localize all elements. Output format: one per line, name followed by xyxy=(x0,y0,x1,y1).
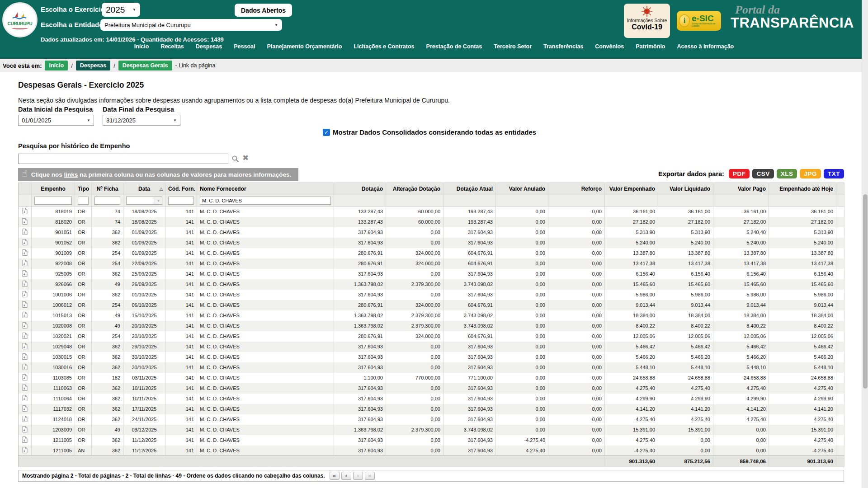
cell-empenhado-ate-hoje[interactable]: 13.387,80 xyxy=(769,248,836,258)
cell-dotacao-atual[interactable]: 317.604,93 xyxy=(443,383,496,394)
cell-valor-empenhado[interactable]: 5.313,90 xyxy=(605,227,658,238)
cell-valor-anulado[interactable]: 0,00 xyxy=(496,425,548,435)
cell-valor-anulado[interactable]: 0,00 xyxy=(496,279,548,290)
document-detail-icon[interactable] xyxy=(22,374,28,380)
document-detail-icon[interactable] xyxy=(22,218,28,225)
cell-valor-anulado[interactable]: 0,00 xyxy=(496,206,548,217)
cell-valor-liquidado[interactable]: 4.275,40 xyxy=(658,414,713,425)
cell-valor-empenhado[interactable]: 5.466,42 xyxy=(605,342,658,352)
document-detail-icon[interactable] xyxy=(22,447,28,453)
cell-valor-pago[interactable]: 5.448,10 xyxy=(713,362,769,373)
cell-valor-pago[interactable]: 4.299,90 xyxy=(713,394,769,404)
nav-item-despesas[interactable]: Despesas xyxy=(196,43,222,50)
cell-reforco[interactable]: 0,00 xyxy=(548,362,605,373)
cell-dotacao-atual[interactable]: 3.743.098,02 xyxy=(443,279,496,290)
cell-reforco[interactable]: 0,00 xyxy=(548,394,605,404)
cell-dotacao-atual[interactable]: 604.676,91 xyxy=(443,331,496,342)
cell-valor-anulado[interactable]: 0,00 xyxy=(496,342,548,352)
cell-dotacao-atual[interactable]: 317.604,93 xyxy=(443,404,496,414)
column-header-reforco[interactable]: Reforço xyxy=(548,183,605,195)
cell-empenhado-ate-hoje[interactable]: 4.275,40 xyxy=(769,414,836,425)
cell-dotacao[interactable]: 317.604,93 xyxy=(334,269,386,279)
cell-valor-liquidado[interactable]: 18.384,00 xyxy=(658,310,713,321)
cell-valor-anulado[interactable]: 4.275,40 xyxy=(496,446,548,456)
nav-item-convenios[interactable]: Convênios xyxy=(595,43,624,50)
cell-valor-empenhado[interactable]: 4.275,40 xyxy=(605,414,658,425)
detail-link-cell[interactable] xyxy=(19,206,32,217)
cell-valor-anulado[interactable]: 0,00 xyxy=(496,227,548,238)
city-logo[interactable]: CURURUPU xyxy=(2,2,38,38)
document-detail-icon[interactable] xyxy=(22,353,28,360)
document-detail-icon[interactable] xyxy=(22,281,28,287)
nav-item-receitas[interactable]: Receitas xyxy=(160,43,184,50)
document-detail-icon[interactable] xyxy=(22,208,28,214)
cell-empenhado-ate-hoje[interactable]: 36.161,00 xyxy=(769,206,836,217)
cell-dotacao-atual[interactable]: 604.676,91 xyxy=(443,258,496,269)
cell-valor-anulado[interactable]: 0,00 xyxy=(496,217,548,227)
cell-valor-pago[interactable]: 18.384,00 xyxy=(713,310,769,321)
cell-reforco[interactable]: 0,00 xyxy=(548,279,605,290)
cell-valor-pago[interactable]: 24.658,88 xyxy=(713,373,769,383)
cell-valor-anulado[interactable]: 0,00 xyxy=(496,362,548,373)
detail-link-cell[interactable] xyxy=(19,217,32,227)
cell-dotacao[interactable]: 280.676,91 xyxy=(334,331,386,342)
cell-empenhado-ate-hoje[interactable]: 24.658,88 xyxy=(769,373,836,383)
cell-dotacao-atual[interactable]: 604.676,91 xyxy=(443,248,496,258)
cell-reforco[interactable]: 0,00 xyxy=(548,342,605,352)
cell-reforco[interactable]: 0,00 xyxy=(548,425,605,435)
cell-reforco[interactable]: 0,00 xyxy=(548,248,605,258)
cell-valor-anulado[interactable]: 0,00 xyxy=(496,414,548,425)
detail-link-cell[interactable] xyxy=(19,321,32,331)
cell-valor-pago[interactable]: 5.466,42 xyxy=(713,342,769,352)
document-detail-icon[interactable] xyxy=(22,229,28,235)
cell-dotacao-atual[interactable]: 3.743.098,02 xyxy=(443,310,496,321)
cell-dotacao-atual[interactable]: 3.743.098,02 xyxy=(443,321,496,331)
cell-valor-liquidado[interactable]: 5.466,20 xyxy=(658,352,713,362)
cell-dotacao-atual[interactable]: 317.604,93 xyxy=(443,227,496,238)
cell-dotacao[interactable]: 1.363.798,02 xyxy=(334,310,386,321)
cell-valor-liquidado[interactable]: 5.448,10 xyxy=(658,362,713,373)
cell-reforco[interactable]: 0,00 xyxy=(548,217,605,227)
cell-valor-pago[interactable]: 36.161,00 xyxy=(713,206,769,217)
document-detail-icon[interactable] xyxy=(22,291,28,297)
cell-valor-anulado[interactable]: 0,00 xyxy=(496,373,548,383)
export-pdf-button[interactable]: PDF xyxy=(729,169,750,178)
cell-valor-empenhado[interactable]: 5.240,00 xyxy=(605,238,658,248)
cell-dotacao[interactable]: 317.604,93 xyxy=(334,342,386,352)
detail-link-cell[interactable] xyxy=(19,373,32,383)
cell-dotacao[interactable]: 317.604,93 xyxy=(334,383,386,394)
cell-valor-anulado[interactable]: 0,00 xyxy=(496,331,548,342)
column-header-tipo[interactable]: Tipo xyxy=(75,183,92,195)
exercise-select[interactable]: 2025 ▼ xyxy=(102,3,140,17)
nav-item-inicio[interactable]: Início xyxy=(134,43,149,50)
cell-valor-liquidado[interactable]: 9.013,44 xyxy=(658,300,713,310)
detail-link-cell[interactable] xyxy=(19,404,32,414)
column-header-valor-liquidado[interactable]: Valor Liquidado xyxy=(658,183,713,195)
cell-valor-empenhado[interactable]: 18.384,00 xyxy=(605,310,658,321)
cell-dotacao[interactable]: 317.604,93 xyxy=(334,352,386,362)
column-header-dotacao-atual[interactable]: Dotação Atual xyxy=(443,183,496,195)
cell-valor-pago[interactable]: 0,00 xyxy=(713,435,769,446)
document-detail-icon[interactable] xyxy=(22,405,28,412)
detail-link-cell[interactable] xyxy=(19,248,32,258)
date-end-select[interactable]: 31/12/2025 ▼ xyxy=(103,115,180,126)
detail-link-cell[interactable] xyxy=(19,279,32,290)
cell-valor-anulado[interactable]: -4.275,40 xyxy=(496,435,548,446)
nav-item-terceiro-setor[interactable]: Terceiro Setor xyxy=(494,43,532,50)
cell-valor-pago[interactable]: 13.417,38 xyxy=(713,258,769,269)
cell-dotacao-atual[interactable]: 317.604,93 xyxy=(443,446,496,456)
column-header-valor-anulado[interactable]: Valor Anulado xyxy=(496,183,548,195)
filter-input-empenho[interactable] xyxy=(34,197,72,205)
cell-valor-liquidado[interactable]: 12.005,06 xyxy=(658,331,713,342)
cell-reforco[interactable]: 0,00 xyxy=(548,227,605,238)
cell-dotacao[interactable]: 1.363.798,02 xyxy=(334,321,386,331)
export-txt-button[interactable]: TXT xyxy=(824,169,844,178)
cell-valor-empenhado[interactable]: 13.387,80 xyxy=(605,248,658,258)
cell-dotacao-atual[interactable]: 193.287,43 xyxy=(443,206,496,217)
cell-valor-anulado[interactable]: 0,00 xyxy=(496,352,548,362)
cell-valor-anulado[interactable]: 0,00 xyxy=(496,258,548,269)
cell-valor-anulado[interactable]: 0,00 xyxy=(496,248,548,258)
cell-valor-pago[interactable]: 0,00 xyxy=(713,425,769,435)
cell-valor-empenhado[interactable]: 4.141,20 xyxy=(605,404,658,414)
cell-valor-pago[interactable]: 4.275,40 xyxy=(713,414,769,425)
